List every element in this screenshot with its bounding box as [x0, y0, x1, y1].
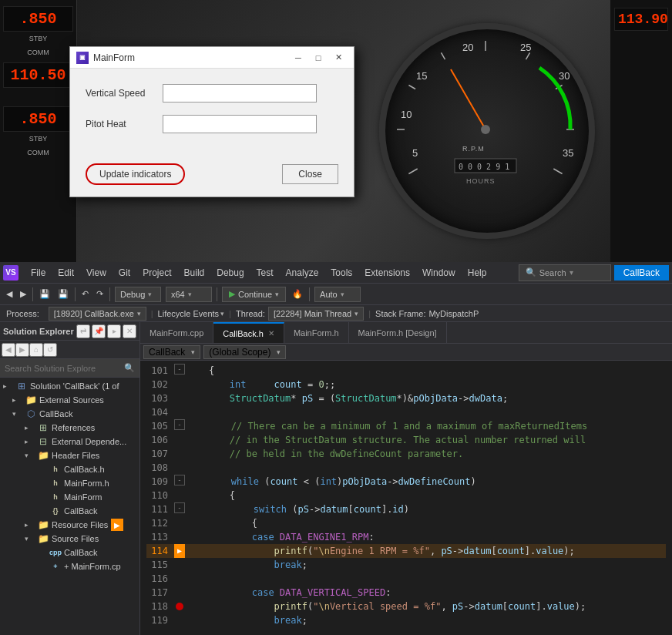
redo-button[interactable]: ↷ — [93, 287, 106, 301]
tree-callback-h3[interactable]: ▸ {} CallBack — [0, 504, 139, 518]
code-line-116: 116 — [146, 572, 666, 586]
thread-dropdown[interactable]: [22284] Main Thread ▾ — [268, 307, 364, 321]
sidebar-refresh-btn[interactable]: ↺ — [43, 343, 57, 357]
back-button[interactable]: ◀ — [3, 287, 15, 301]
tab-mainform-cpp[interactable]: MainForm.cpp — [140, 322, 213, 343]
sep4 — [217, 287, 217, 301]
fold-109[interactable]: - — [174, 475, 185, 485]
tree-callback-h[interactable]: ▸ h CallBack.h — [0, 462, 139, 476]
vertical-speed-input[interactable] — [163, 84, 317, 102]
svg-text:30: 30 — [559, 70, 570, 82]
label-1: STBY — [3, 35, 73, 42]
sidebar-home-btn[interactable]: ⌂ — [29, 343, 43, 357]
tree-mainform-h2[interactable]: ▸ h MainForm — [0, 490, 139, 504]
code-line-103: 103 StructDatum* pS = (StructDatum*)&pOb… — [146, 391, 666, 405]
code-content[interactable]: 101 - { 102 int count = 0;; 103 — [140, 361, 672, 635]
tree-external-sources[interactable]: ▸ 📁 External Sources — [0, 393, 139, 407]
rpm-gauge: 5 10 15 20 25 30 35 0 0 0 2 9 1 R.P.M HO… — [379, 23, 595, 239]
thread-arrow: ▾ — [354, 310, 358, 318]
fold-101[interactable]: - — [174, 364, 185, 375]
tab-callback-h[interactable]: CallBack.h ✕ — [213, 322, 284, 343]
code-line-114: 114 ▶ printf("\nEngine 1 RPM = %f", pS->… — [146, 544, 666, 558]
callback-menu-tab[interactable]: CallBack — [614, 265, 669, 281]
menu-extensions[interactable]: Extensions — [358, 265, 416, 281]
pitot-heat-input[interactable] — [163, 115, 317, 133]
undo-button[interactable]: ↶ — [79, 287, 92, 301]
debug-config-dropdown[interactable]: Debug ▾ — [115, 287, 161, 302]
menu-file[interactable]: File — [25, 265, 52, 281]
svg-line-2 — [408, 86, 415, 89]
menu-debug[interactable]: Debug — [210, 265, 250, 281]
sep1 — [32, 287, 33, 301]
sidebar-arrow-btn[interactable]: ▸ — [107, 324, 121, 338]
svg-text:20: 20 — [462, 42, 473, 53]
tab-mainform-h-design[interactable]: MainForm.h [Design] — [349, 322, 447, 343]
tree-ext-deps[interactable]: ▸ ⊟ External Depende... — [0, 435, 139, 449]
nav-scope-dropdown[interactable]: CallBack ▾ — [143, 345, 200, 359]
mainform-h-label: MainForm.h — [64, 479, 109, 488]
code-line-111: 111 - switch (pS->datum[count].id) — [146, 502, 666, 516]
close-button[interactable]: Close — [282, 164, 338, 184]
ln-117: 117 — [146, 586, 174, 600]
tree-resource-files[interactable]: ▸ 📁 Resource Files ▶ — [0, 518, 139, 532]
platform-dropdown[interactable]: x64 ▾ — [166, 287, 212, 302]
tree-source-files[interactable]: ▾ 📁 Source Files — [0, 532, 139, 546]
tree-references[interactable]: ▸ ⊞ References — [0, 421, 139, 435]
save-button[interactable]: 💾 — [36, 287, 53, 301]
maximize-button[interactable]: □ — [309, 51, 328, 65]
sidebar-forward-btn[interactable]: ▶ — [15, 343, 29, 357]
display-1: .850 — [3, 6, 73, 32]
tree-callback-project[interactable]: ▾ ⬡ CallBack — [0, 407, 139, 421]
tree-callback-cpp[interactable]: ▸ cpp CallBack — [0, 546, 139, 559]
tab-mainform-h[interactable]: MainForm.h — [284, 322, 349, 343]
tree-header-files[interactable]: ▾ 📁 Header Files — [0, 449, 139, 462]
sidebar-search-input[interactable] — [5, 364, 124, 373]
sidebar-close-btn[interactable]: ✕ — [123, 324, 136, 338]
tree-mainform-h[interactable]: ▸ h MainForm.h — [0, 476, 139, 490]
menu-project[interactable]: Project — [136, 265, 177, 281]
fold-111[interactable]: - — [174, 502, 185, 513]
dialog-title: MainForm — [93, 52, 289, 63]
save-all-button[interactable]: 💾 — [55, 287, 72, 301]
dialog-close-button[interactable]: ✕ — [329, 51, 348, 65]
hot-reload-button[interactable]: 🔥 — [289, 287, 306, 301]
sidebar-sync-btn[interactable]: ⇄ — [76, 324, 90, 338]
svg-text:HOURS: HOURS — [466, 177, 496, 185]
vertical-speed-label: Vertical Speed — [86, 88, 163, 99]
menu-analyze[interactable]: Analyze — [280, 265, 325, 281]
menu-tools[interactable]: Tools — [324, 265, 358, 281]
continue-arrow: ▾ — [275, 291, 279, 298]
menu-window[interactable]: Window — [416, 265, 462, 281]
nav-scope-arrow: ▾ — [191, 348, 195, 356]
forward-button[interactable]: ▶ — [17, 287, 29, 301]
sidebar-back-btn[interactable]: ◀ — [2, 343, 15, 357]
sidebar-pin-btn[interactable]: 📌 — [92, 324, 106, 338]
update-indicators-button[interactable]: Update indicators — [86, 163, 185, 185]
nav-member-dropdown[interactable]: (Global Scope) ▾ — [203, 345, 286, 359]
tree-mainform-cpp[interactable]: ▸ + + MainForm.cp — [0, 559, 139, 573]
callback-project-arrow: ▾ — [12, 410, 25, 418]
tree-solution[interactable]: ▸ ⊞ Solution 'CallBack' (1 of — [0, 379, 139, 393]
search-icon: 🔍 — [526, 267, 536, 277]
menu-test[interactable]: Test — [250, 265, 280, 281]
process-dropdown[interactable]: [18920] CallBack.exe ▾ — [49, 307, 146, 321]
menu-help[interactable]: Help — [462, 265, 493, 281]
debug-config-label: Debug — [120, 290, 145, 299]
continue-button[interactable]: ▶ Continue ▾ — [222, 287, 286, 302]
mainform-cpp-label: + MainForm.cp — [64, 562, 121, 571]
menu-view[interactable]: View — [80, 265, 113, 281]
sidebar-search[interactable]: 🔍 — [0, 359, 139, 378]
search-box[interactable]: 🔍 Search ▾ — [519, 264, 611, 281]
minimize-button[interactable]: ─ — [289, 51, 307, 65]
ln-115: 115 — [146, 558, 174, 572]
menubar: VS File Edit View Git Project Build Debu… — [0, 262, 672, 284]
menu-build[interactable]: Build — [178, 265, 211, 281]
tab-callback-h-close[interactable]: ✕ — [268, 329, 274, 338]
code-line-109: 109 - while (count < (int)pObjData->dwDe… — [146, 475, 666, 489]
fold-105[interactable]: - — [174, 419, 185, 430]
menu-edit[interactable]: Edit — [52, 265, 80, 281]
auto-dropdown[interactable]: Auto ▾ — [314, 287, 361, 302]
pitot-heat-label: Pitot Heat — [86, 119, 163, 129]
menu-git[interactable]: Git — [113, 265, 136, 281]
callback-project-icon: ⬡ — [25, 408, 37, 420]
